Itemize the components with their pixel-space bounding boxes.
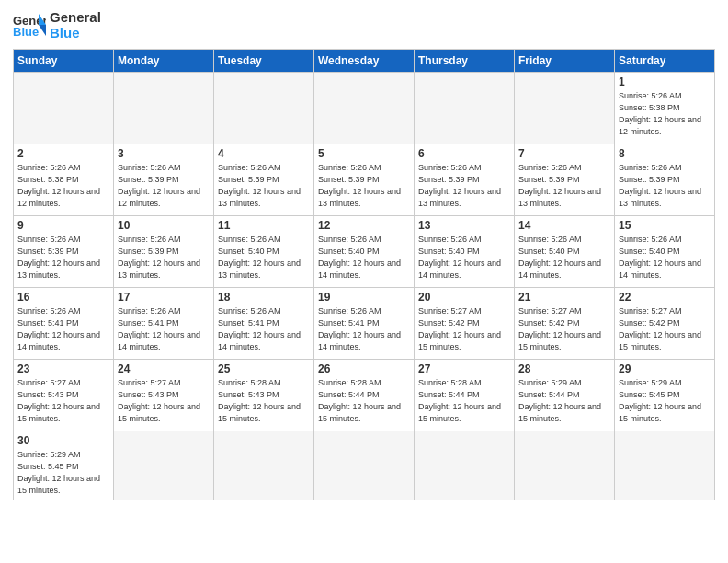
day-number: 10 <box>118 219 210 232</box>
calendar-cell: 3Sunrise: 5:26 AM Sunset: 5:39 PM Daylig… <box>114 144 214 215</box>
header: General Blue General Blue <box>13 9 715 41</box>
calendar-cell <box>314 431 415 500</box>
calendar-cell: 13Sunrise: 5:26 AM Sunset: 5:40 PM Dayli… <box>415 215 515 287</box>
calendar-cell: 19Sunrise: 5:26 AM Sunset: 5:41 PM Dayli… <box>314 287 415 359</box>
day-number: 8 <box>619 147 711 160</box>
week-row-1: 1Sunrise: 5:26 AM Sunset: 5:38 PM Daylig… <box>14 72 715 144</box>
week-row-6: 30Sunrise: 5:29 AM Sunset: 5:45 PM Dayli… <box>14 431 715 500</box>
calendar-cell: 25Sunrise: 5:28 AM Sunset: 5:43 PM Dayli… <box>214 359 314 431</box>
day-number: 25 <box>218 362 310 375</box>
day-number: 27 <box>418 362 510 375</box>
calendar-cell <box>14 72 114 144</box>
day-number: 11 <box>218 219 310 232</box>
calendar-cell: 16Sunrise: 5:26 AM Sunset: 5:41 PM Dayli… <box>14 287 114 359</box>
calendar-cell <box>214 72 314 144</box>
logo: General Blue General Blue <box>13 9 101 41</box>
calendar-cell: 22Sunrise: 5:27 AM Sunset: 5:42 PM Dayli… <box>615 287 715 359</box>
calendar-cell: 14Sunrise: 5:26 AM Sunset: 5:40 PM Dayli… <box>515 215 615 287</box>
day-number: 2 <box>17 147 109 160</box>
week-row-3: 9Sunrise: 5:26 AM Sunset: 5:39 PM Daylig… <box>14 215 715 287</box>
calendar-cell <box>214 431 314 500</box>
calendar-cell <box>415 72 515 144</box>
calendar-cell: 15Sunrise: 5:26 AM Sunset: 5:40 PM Dayli… <box>615 215 715 287</box>
day-number: 5 <box>318 147 410 160</box>
day-number: 15 <box>619 219 711 232</box>
logo-blue: Blue <box>50 25 101 40</box>
day-info: Sunrise: 5:27 AM Sunset: 5:43 PM Dayligh… <box>118 377 210 425</box>
day-info: Sunrise: 5:27 AM Sunset: 5:42 PM Dayligh… <box>418 305 510 353</box>
day-info: Sunrise: 5:27 AM Sunset: 5:42 PM Dayligh… <box>518 305 610 353</box>
calendar-table: SundayMondayTuesdayWednesdayThursdayFrid… <box>13 49 715 500</box>
weekday-header-thursday: Thursday <box>415 49 515 72</box>
calendar-cell: 20Sunrise: 5:27 AM Sunset: 5:42 PM Dayli… <box>415 287 515 359</box>
day-info: Sunrise: 5:29 AM Sunset: 5:45 PM Dayligh… <box>17 449 109 497</box>
day-info: Sunrise: 5:26 AM Sunset: 5:39 PM Dayligh… <box>17 234 109 282</box>
weekday-header-row: SundayMondayTuesdayWednesdayThursdayFrid… <box>14 49 715 72</box>
weekday-header-wednesday: Wednesday <box>314 49 415 72</box>
day-number: 29 <box>619 362 711 375</box>
day-number: 12 <box>318 219 410 232</box>
day-info: Sunrise: 5:26 AM Sunset: 5:39 PM Dayligh… <box>518 162 610 210</box>
day-info: Sunrise: 5:29 AM Sunset: 5:45 PM Dayligh… <box>619 377 711 425</box>
svg-marker-3 <box>39 25 46 36</box>
svg-text:Blue: Blue <box>13 25 39 38</box>
calendar-cell <box>415 431 515 500</box>
calendar-cell: 21Sunrise: 5:27 AM Sunset: 5:42 PM Dayli… <box>515 287 615 359</box>
day-number: 6 <box>418 147 510 160</box>
day-info: Sunrise: 5:27 AM Sunset: 5:42 PM Dayligh… <box>619 305 711 353</box>
day-info: Sunrise: 5:26 AM Sunset: 5:40 PM Dayligh… <box>518 234 610 282</box>
day-number: 3 <box>118 147 210 160</box>
calendar-cell <box>114 72 214 144</box>
calendar-cell: 10Sunrise: 5:26 AM Sunset: 5:39 PM Dayli… <box>114 215 214 287</box>
day-number: 14 <box>518 219 610 232</box>
calendar-cell: 2Sunrise: 5:26 AM Sunset: 5:38 PM Daylig… <box>14 144 114 215</box>
calendar-cell: 30Sunrise: 5:29 AM Sunset: 5:45 PM Dayli… <box>14 431 114 500</box>
calendar-cell <box>515 72 615 144</box>
calendar-cell: 23Sunrise: 5:27 AM Sunset: 5:43 PM Dayli… <box>14 359 114 431</box>
calendar-cell: 17Sunrise: 5:26 AM Sunset: 5:41 PM Dayli… <box>114 287 214 359</box>
calendar-cell: 4Sunrise: 5:26 AM Sunset: 5:39 PM Daylig… <box>214 144 314 215</box>
day-info: Sunrise: 5:26 AM Sunset: 5:41 PM Dayligh… <box>17 305 109 353</box>
calendar-cell: 28Sunrise: 5:29 AM Sunset: 5:44 PM Dayli… <box>515 359 615 431</box>
week-row-5: 23Sunrise: 5:27 AM Sunset: 5:43 PM Dayli… <box>14 359 715 431</box>
day-number: 18 <box>218 291 310 304</box>
day-number: 22 <box>619 291 711 304</box>
calendar-cell: 12Sunrise: 5:26 AM Sunset: 5:40 PM Dayli… <box>314 215 415 287</box>
day-info: Sunrise: 5:26 AM Sunset: 5:40 PM Dayligh… <box>318 234 410 282</box>
day-number: 17 <box>118 291 210 304</box>
day-number: 9 <box>17 219 109 232</box>
week-row-2: 2Sunrise: 5:26 AM Sunset: 5:38 PM Daylig… <box>14 144 715 215</box>
day-info: Sunrise: 5:29 AM Sunset: 5:44 PM Dayligh… <box>518 377 610 425</box>
day-info: Sunrise: 5:26 AM Sunset: 5:40 PM Dayligh… <box>218 234 310 282</box>
day-number: 1 <box>619 75 711 88</box>
weekday-header-monday: Monday <box>114 49 214 72</box>
weekday-header-sunday: Sunday <box>14 49 114 72</box>
day-info: Sunrise: 5:26 AM Sunset: 5:39 PM Dayligh… <box>118 234 210 282</box>
calendar-cell: 1Sunrise: 5:26 AM Sunset: 5:38 PM Daylig… <box>615 72 715 144</box>
day-number: 19 <box>318 291 410 304</box>
calendar-cell: 26Sunrise: 5:28 AM Sunset: 5:44 PM Dayli… <box>314 359 415 431</box>
day-number: 7 <box>518 147 610 160</box>
day-info: Sunrise: 5:26 AM Sunset: 5:41 PM Dayligh… <box>318 305 410 353</box>
calendar-cell <box>515 431 615 500</box>
day-info: Sunrise: 5:26 AM Sunset: 5:40 PM Dayligh… <box>619 234 711 282</box>
calendar-cell: 18Sunrise: 5:26 AM Sunset: 5:41 PM Dayli… <box>214 287 314 359</box>
calendar-cell <box>615 431 715 500</box>
day-number: 21 <box>518 291 610 304</box>
calendar-cell: 6Sunrise: 5:26 AM Sunset: 5:39 PM Daylig… <box>415 144 515 215</box>
day-info: Sunrise: 5:28 AM Sunset: 5:44 PM Dayligh… <box>418 377 510 425</box>
calendar-cell: 27Sunrise: 5:28 AM Sunset: 5:44 PM Dayli… <box>415 359 515 431</box>
day-number: 28 <box>518 362 610 375</box>
logo-icon: General Blue <box>13 12 46 38</box>
calendar-cell: 9Sunrise: 5:26 AM Sunset: 5:39 PM Daylig… <box>14 215 114 287</box>
week-row-4: 16Sunrise: 5:26 AM Sunset: 5:41 PM Dayli… <box>14 287 715 359</box>
day-number: 30 <box>17 434 109 447</box>
day-number: 4 <box>218 147 310 160</box>
day-info: Sunrise: 5:26 AM Sunset: 5:41 PM Dayligh… <box>218 305 310 353</box>
calendar-cell <box>314 72 415 144</box>
day-info: Sunrise: 5:26 AM Sunset: 5:41 PM Dayligh… <box>118 305 210 353</box>
day-number: 16 <box>17 291 109 304</box>
day-info: Sunrise: 5:26 AM Sunset: 5:38 PM Dayligh… <box>17 162 109 210</box>
day-info: Sunrise: 5:26 AM Sunset: 5:39 PM Dayligh… <box>218 162 310 210</box>
calendar-cell: 11Sunrise: 5:26 AM Sunset: 5:40 PM Dayli… <box>214 215 314 287</box>
